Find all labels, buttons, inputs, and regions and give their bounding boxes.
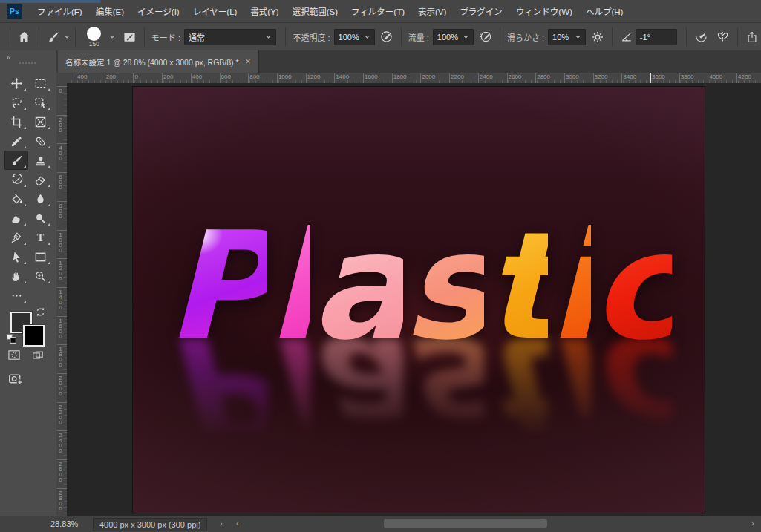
h-ruler-label: 0 (134, 73, 137, 80)
chevron-down-icon[interactable] (109, 33, 115, 40)
scroll-left-arrow[interactable]: ‹ (236, 519, 239, 528)
tool-zoom-tool[interactable] (28, 266, 52, 286)
tool-edit-toolbar[interactable] (4, 286, 28, 305)
menu-item[interactable]: レイヤー(L) (186, 0, 244, 22)
v-ruler-label: 2600 (57, 461, 64, 482)
tool-hand-tool[interactable] (4, 266, 28, 286)
plastic-letter-t: t (484, 303, 548, 476)
tool-dodge-tool[interactable] (28, 208, 52, 228)
tool-object-selection-tool[interactable] (28, 93, 52, 112)
chevron-down-icon (265, 33, 272, 40)
menu-item[interactable]: 書式(Y) (244, 0, 285, 22)
hand-icon (10, 270, 23, 283)
v-ruler-label: 2800 (57, 490, 64, 510)
tool-eyedropper-tool[interactable] (4, 131, 28, 151)
collapse-panel-button[interactable]: « (7, 53, 10, 62)
scroll-right-arrow[interactable]: › (751, 519, 754, 528)
canvas[interactable]: Plastic Plastic (133, 87, 705, 513)
tool-spot-healing-brush-tool[interactable] (28, 131, 52, 151)
smoothing-options-gear-button[interactable] (589, 27, 607, 47)
ruler-corner[interactable] (56, 73, 68, 84)
menu-item[interactable]: ウィンドウ(W) (509, 0, 579, 22)
swap-colors-icon[interactable] (35, 306, 46, 318)
paint-symmetry-button[interactable] (714, 27, 732, 47)
menu-item[interactable]: 選択範囲(S) (286, 0, 344, 22)
tool-move-tool[interactable] (4, 73, 28, 93)
document-tab[interactable]: 名称未設定 1 @ 28.8% (4000 x 3000 px, RGB/8) … (58, 50, 259, 73)
vertical-ruler[interactable]: 0200400600800100012001400160018002000220… (56, 83, 68, 516)
menu-item[interactable]: フィルター(T) (344, 0, 411, 22)
h-ruler-label: 400 (77, 73, 87, 80)
tool-frame-tool[interactable] (28, 112, 52, 131)
v-ruler-label: 2400 (57, 432, 64, 453)
screen-mode-icon[interactable] (31, 349, 45, 361)
document-info: 4000 px x 3000 px (300 ppi) (93, 518, 207, 531)
quick-mask-mode-icon[interactable] (7, 349, 22, 361)
menu-item[interactable]: イメージ(I) (131, 0, 186, 22)
menu-item[interactable]: ファイル(F) (30, 0, 89, 22)
menu-item[interactable]: ヘルプ(H) (579, 0, 630, 22)
eraser-icon (34, 174, 47, 186)
tool-history-brush-tool[interactable] (4, 170, 28, 189)
brush-preset-picker[interactable]: 150 (82, 27, 105, 47)
divider (737, 27, 738, 47)
status-popup-chevron[interactable]: › (220, 519, 223, 528)
tool-pen-tool[interactable] (4, 228, 28, 247)
h-ruler-label: 3600 (652, 73, 665, 80)
eyedropper-icon (10, 135, 23, 148)
background-color-swatch[interactable] (23, 325, 45, 347)
smoothing-input[interactable]: 10% (548, 29, 586, 45)
brush-angle-input[interactable]: -1° (636, 29, 677, 45)
zoom-level-field[interactable]: 28.83% (50, 519, 78, 528)
tool-paint-bucket-tool[interactable] (4, 189, 28, 208)
document-tab-bar: 名称未設定 1 @ 28.8% (4000 x 3000 px, RGB/8) … (56, 50, 761, 73)
mode-label: モード : (151, 31, 180, 43)
dodge-icon (34, 212, 47, 225)
panel-grip-handle[interactable] (19, 62, 37, 64)
marquee-icon (34, 77, 47, 90)
h-ruler-label: 3200 (595, 73, 608, 80)
capture-plus-icon[interactable] (8, 371, 24, 387)
h-ruler-label: 1000 (278, 73, 292, 80)
airbrush-button[interactable] (477, 27, 494, 47)
tool-crop-tool[interactable] (4, 112, 28, 131)
brush-angle-button[interactable] (618, 27, 636, 47)
blend-mode-select[interactable]: 通常 (184, 29, 277, 45)
opacity-input[interactable]: 100% (334, 29, 375, 45)
menu-bar: Ps ファイル(F)編集(E)イメージ(I)レイヤー(L)書式(Y)選択範囲(S… (0, 0, 761, 23)
tool-path-selection-tool[interactable] (4, 247, 28, 266)
brush-settings-panel-toggle[interactable] (121, 27, 139, 47)
tool-type-tool[interactable]: T (28, 228, 52, 247)
object-selection-icon (34, 96, 47, 109)
smoothing-value: 10% (552, 33, 569, 42)
menu-item[interactable]: プラグイン (453, 0, 509, 22)
menu-item[interactable]: 編集(E) (89, 0, 131, 22)
tool-blur-tool[interactable] (28, 189, 52, 208)
tool-rectangular-marquee-tool[interactable] (28, 73, 52, 93)
divider (401, 27, 402, 47)
tool-eraser-tool[interactable] (28, 170, 52, 189)
default-colors-icon[interactable] (6, 333, 17, 344)
path-select-icon (10, 251, 23, 263)
share-button[interactable] (743, 27, 761, 47)
tool-rectangle-tool[interactable] (28, 247, 52, 266)
horizontal-scrollbar-thumb[interactable] (384, 519, 547, 528)
brush-angle-value: -1° (640, 33, 650, 42)
pressure-opacity-button[interactable] (378, 27, 396, 47)
pressure-size-button[interactable] (692, 27, 710, 47)
horizontal-ruler[interactable]: 4002000200400600800100012001400160018002… (67, 73, 761, 84)
tool-smudge-tool[interactable] (4, 208, 28, 228)
pen-icon (10, 231, 23, 244)
close-tab-icon[interactable]: × (246, 57, 251, 66)
flow-input[interactable]: 100% (433, 29, 474, 45)
menu-item[interactable]: 表示(V) (411, 0, 453, 22)
chevron-down-icon[interactable] (64, 33, 70, 40)
tool-preset-button[interactable] (45, 27, 62, 47)
h-ruler-label: 200 (106, 73, 116, 80)
tool-brush-tool[interactable] (4, 151, 28, 170)
plastic-text-reflection: Plastic (133, 315, 705, 463)
home-button[interactable] (16, 27, 33, 47)
tool-clone-stamp-tool[interactable] (28, 151, 52, 170)
window-accent-strip (0, 0, 101, 3)
tool-lasso-tool[interactable] (4, 93, 28, 112)
